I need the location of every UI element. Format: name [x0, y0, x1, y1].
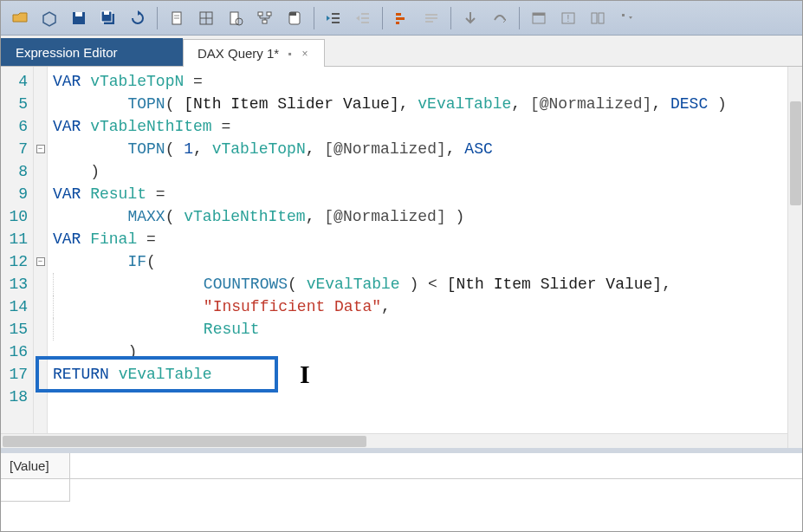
panel-icon[interactable]: [525, 4, 553, 32]
tree-icon[interactable]: [251, 4, 279, 32]
outdent-icon[interactable]: [349, 4, 377, 32]
svg-rect-1: [75, 12, 82, 16]
arrow-down-icon[interactable]: [457, 4, 484, 32]
fold-toggle-icon[interactable]: −: [36, 145, 45, 153]
fold-gutter: −−: [34, 67, 48, 448]
fold-cell: [34, 363, 47, 386]
code-line[interactable]: ): [53, 160, 797, 183]
toolbar-separator: [450, 7, 451, 29]
code-line[interactable]: VAR Final =: [53, 228, 797, 250]
line-number: 10: [3, 205, 28, 228]
code-line[interactable]: MAXX( vTableNthItem, [@Normalized] ): [53, 205, 797, 228]
fold-cell: [34, 318, 47, 341]
code-line[interactable]: IF(: [53, 250, 797, 273]
line-number: 16: [3, 341, 28, 363]
code-line[interactable]: COUNTROWS( vEvalTable ) < [Nth Item Slid…: [53, 273, 797, 295]
line-number: 9: [3, 183, 28, 205]
line-number: 6: [3, 115, 28, 138]
line-number: 18: [3, 386, 28, 408]
results-header: [Value]: [1, 453, 802, 479]
save-icon[interactable]: [65, 4, 93, 32]
code-line[interactable]: ): [53, 341, 797, 363]
fold-cell: [34, 295, 47, 318]
svg-rect-30: [533, 13, 545, 16]
tab-strip: Expression Editor DAX Query 1* ▪ ×: [1, 36, 802, 67]
code-line[interactable]: VAR vTableNthItem =: [53, 115, 797, 138]
code-line[interactable]: "Insufficient Data",: [53, 295, 797, 318]
results-column-header[interactable]: [Value]: [1, 453, 70, 478]
fold-cell: −: [34, 250, 47, 273]
code-line[interactable]: [53, 386, 797, 408]
code-line[interactable]: VAR vTableTopN =: [53, 70, 797, 93]
horizontal-scrollbar[interactable]: [1, 433, 787, 448]
pin-icon[interactable]: ▪: [286, 48, 293, 60]
fold-cell: [34, 386, 47, 408]
save-all-icon[interactable]: [94, 4, 122, 32]
line-number: 14: [3, 295, 28, 318]
code-content[interactable]: VAR vTableTopN = TOPN( [Nth Item Slider …: [48, 67, 802, 448]
code-editor[interactable]: 456789101112131415161718 −− VAR vTableTo…: [1, 67, 802, 448]
comment-icon[interactable]: [418, 4, 445, 32]
svg-rect-23: [396, 13, 401, 16]
line-number: 4: [3, 70, 28, 93]
script-icon[interactable]: [281, 4, 308, 32]
tab-expression-editor[interactable]: Expression Editor: [1, 38, 183, 66]
fold-cell: [34, 273, 47, 295]
toolbar-separator: [519, 7, 520, 29]
svg-rect-25: [396, 22, 399, 24]
svg-text:!: !: [567, 14, 570, 23]
line-number: 8: [3, 160, 28, 183]
svg-rect-14: [267, 12, 271, 16]
fold-cell: [34, 183, 47, 205]
svg-rect-24: [396, 17, 405, 20]
fold-cell: [34, 70, 47, 93]
fold-cell: [34, 205, 47, 228]
fold-cell: [34, 341, 47, 363]
grid-icon[interactable]: [192, 4, 220, 32]
columns-icon[interactable]: [584, 4, 612, 32]
refresh-icon[interactable]: [124, 4, 152, 32]
line-number-gutter: 456789101112131415161718: [1, 67, 34, 448]
fold-cell: [34, 115, 47, 138]
vertical-scroll-thumb[interactable]: [790, 101, 801, 205]
results-pane: [Value]: [1, 448, 802, 531]
toolbar-separator: [157, 7, 158, 29]
fold-toggle-icon[interactable]: −: [36, 257, 45, 266]
more-icon[interactable]: [613, 4, 641, 32]
line-number: 11: [3, 228, 28, 250]
code-line[interactable]: RETURN vEvalTable: [53, 363, 797, 386]
close-icon[interactable]: ×: [300, 48, 309, 60]
svg-rect-33: [592, 13, 597, 23]
line-number: 7: [3, 138, 28, 160]
code-line[interactable]: Result: [53, 318, 797, 341]
code-line[interactable]: TOPN( 1, vTableTopN, [@Normalized], ASC: [53, 138, 797, 160]
fold-cell: [34, 228, 47, 250]
toolbar: !: [1, 1, 802, 36]
svg-rect-35: [622, 14, 625, 16]
svg-rect-4: [104, 11, 109, 15]
step-over-icon[interactable]: [486, 4, 514, 32]
svg-rect-11: [230, 12, 238, 24]
code-line[interactable]: VAR Result =: [53, 183, 797, 205]
toolbar-separator: [382, 7, 383, 29]
fold-cell: [34, 93, 47, 115]
fold-cell: [34, 160, 47, 183]
horizontal-scroll-thumb[interactable]: [3, 436, 366, 447]
format-icon[interactable]: [388, 4, 416, 32]
line-number: 12: [3, 250, 28, 273]
document-icon[interactable]: [163, 4, 191, 32]
tab-label: DAX Query 1*: [198, 46, 279, 61]
open-icon[interactable]: [6, 4, 34, 32]
package-icon[interactable]: [36, 4, 63, 32]
indent-icon[interactable]: [320, 4, 347, 32]
page-icon[interactable]: [222, 4, 249, 32]
line-number: 17: [3, 363, 28, 386]
alert-icon[interactable]: !: [554, 4, 582, 32]
vertical-scrollbar[interactable]: [787, 67, 802, 448]
svg-rect-15: [262, 20, 267, 23]
results-cell[interactable]: [1, 479, 70, 502]
svg-rect-34: [599, 13, 604, 23]
code-line[interactable]: TOPN( [Nth Item Slider Value], vEvalTabl…: [53, 93, 797, 115]
tab-dax-query[interactable]: DAX Query 1* ▪ ×: [183, 39, 325, 67]
results-body: [1, 479, 802, 502]
